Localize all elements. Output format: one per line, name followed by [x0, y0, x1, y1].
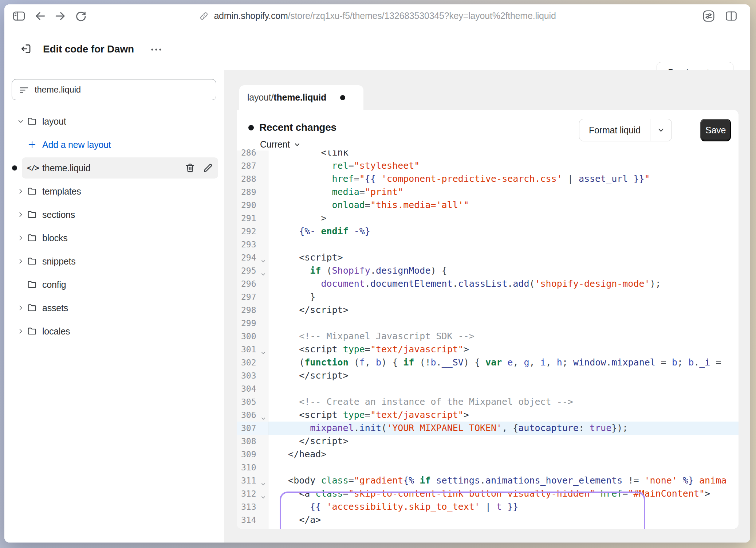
tree-item-label: templates — [42, 186, 81, 197]
tree-chevron-slot[interactable] — [15, 327, 27, 335]
code-line-296[interactable]: document.documentElement.classList.add('… — [268, 277, 739, 290]
code-line-311[interactable]: <body class="gradient{% if settings.anim… — [268, 474, 739, 487]
code-line-301[interactable]: <script type="text/javascript"> — [268, 343, 739, 356]
code-line-299[interactable] — [268, 317, 739, 330]
tree-chevron-slot[interactable] — [15, 257, 27, 265]
unsaved-changes-dot — [340, 95, 345, 100]
tree-item-label: sections — [42, 210, 75, 220]
line-number: 290 — [237, 199, 268, 212]
code-line-312[interactable]: <a class="skip-to-content-link button vi… — [268, 487, 739, 500]
save-button[interactable]: Save — [700, 119, 731, 141]
code-line-290[interactable]: onload="this.media='all'" — [268, 199, 739, 212]
code-line-295[interactable]: if (Shopify.designMode) { — [268, 264, 739, 277]
edit-icon[interactable] — [202, 162, 214, 174]
code-fold-icon[interactable] — [260, 481, 266, 487]
tree-chevron-slot[interactable] — [15, 187, 27, 195]
line-number: 302 — [237, 356, 268, 369]
code-line-304[interactable] — [268, 382, 739, 395]
code-line-289[interactable]: media="print" — [268, 185, 739, 199]
code-line-306[interactable]: <script type="text/javascript"> — [268, 408, 739, 422]
code-line-307[interactable]: mixpanel.init('YOUR_MIXPANEL_TOKEN', {au… — [268, 422, 739, 435]
code-fold-icon[interactable] — [260, 258, 266, 264]
tree-chevron-slot[interactable] — [15, 211, 27, 219]
folder-icon — [27, 210, 37, 220]
code-fold-icon[interactable] — [260, 416, 266, 422]
file-search-input[interactable]: theme.liquid — [12, 79, 216, 100]
line-number: 305 — [237, 395, 268, 408]
tab-theme-liquid[interactable]: layout/theme.liquid — [239, 85, 363, 110]
sidebar-item-sections[interactable]: sections — [4, 203, 224, 226]
format-liquid-button[interactable]: Format liquid — [579, 119, 672, 141]
rename-file-button[interactable] — [202, 162, 214, 174]
code-line-310[interactable] — [268, 461, 739, 474]
code-line-294[interactable]: <script> — [268, 251, 739, 264]
code-line-308[interactable]: </script> — [268, 435, 739, 448]
line-number: 299 — [237, 317, 268, 330]
code-line-314[interactable]: </a> — [268, 513, 739, 527]
exit-editor-icon[interactable] — [20, 43, 32, 55]
sidebar-item-blocks[interactable]: blocks — [4, 226, 224, 250]
line-number: 314 — [237, 513, 268, 527]
sidebar-item-snippets[interactable]: snippets — [4, 250, 224, 273]
tree-chevron-slot[interactable] — [15, 304, 27, 312]
browser-split-view-icon[interactable] — [725, 9, 738, 23]
code-line-292[interactable]: {%- endif -%} — [268, 225, 739, 238]
sidebar-item-locales[interactable]: locales — [4, 320, 224, 343]
delete-file-button[interactable] — [184, 162, 196, 174]
line-number: 295 — [237, 264, 268, 277]
code-line-300[interactable]: <!-- Mixpanel Javascript SDK --> — [268, 330, 739, 343]
chevron-right-icon[interactable] — [17, 257, 25, 265]
code-line-297[interactable]: } — [268, 290, 739, 304]
folder-icon-slot — [27, 233, 42, 243]
sidebar-item-templates[interactable]: templates — [4, 180, 224, 203]
line-number: 308 — [237, 435, 268, 448]
sidebar-item-assets[interactable]: assets — [4, 296, 224, 320]
code-line-305[interactable]: <!-- Create an instance of the Mixpanel … — [268, 395, 739, 408]
code-line-309[interactable]: </head> — [268, 448, 739, 461]
code-line-302[interactable]: (function (f, b) { if (!b.__SV) { var e,… — [268, 356, 739, 369]
address-bar[interactable]: admin.shopify.com/store/rzq1xu-f5/themes… — [4, 4, 750, 27]
code-fold-icon[interactable] — [260, 271, 266, 277]
trash-icon[interactable] — [184, 162, 196, 174]
chevron-right-icon[interactable] — [17, 327, 25, 335]
code-line-288[interactable]: href="{{ 'component-predictive-search.cs… — [268, 172, 739, 185]
tab-path-prefix: layout/ — [247, 92, 273, 103]
more-options-icon[interactable] — [149, 45, 164, 54]
sidebar-item-theme-liquid[interactable]: </>theme.liquid — [4, 156, 224, 180]
chevron-right-icon[interactable] — [17, 211, 25, 219]
code-fold-icon[interactable] — [260, 494, 266, 500]
chevron-right-icon[interactable] — [17, 187, 25, 195]
code-fold-icon[interactable] — [260, 350, 266, 356]
line-number: 287 — [237, 159, 268, 172]
tree-chevron-slot[interactable] — [15, 234, 27, 242]
tree-chevron-slot[interactable] — [15, 117, 27, 125]
sidebar-item-layout[interactable]: layout — [4, 110, 224, 133]
line-number: 303 — [237, 369, 268, 382]
chevron-down-icon[interactable] — [17, 117, 25, 125]
folder-icon-slot — [27, 116, 42, 126]
format-liquid-dropdown[interactable] — [650, 119, 672, 141]
line-number: 310 — [237, 461, 268, 474]
tree-item-label: theme.liquid — [42, 163, 90, 173]
file-tree: layoutAdd a new layout</>theme.liquidtem… — [4, 110, 224, 343]
code-line-313[interactable]: {{ 'accessibility.skip_to_text' | t }} — [268, 500, 739, 513]
code-content[interactable]: <link rel="stylesheet" href="{{ 'compone… — [268, 150, 739, 529]
code-line-286[interactable]: <link — [268, 150, 739, 159]
tree-item-label: config — [42, 279, 66, 290]
search-value: theme.liquid — [35, 85, 81, 95]
browser-settings-icon[interactable] — [702, 9, 715, 23]
code-editor[interactable]: 2862872882892902912922932942952962972982… — [237, 150, 739, 529]
sidebar-add-layout[interactable]: Add a new layout — [4, 133, 224, 156]
code-line-298[interactable]: </script> — [268, 304, 739, 317]
line-number: 311 — [237, 474, 268, 487]
code-line-287[interactable]: rel="stylesheet" — [268, 159, 739, 172]
tree-item-label: assets — [42, 303, 68, 313]
chevron-right-icon[interactable] — [17, 234, 25, 242]
code-line-293[interactable] — [268, 238, 739, 251]
code-line-291[interactable]: > — [268, 212, 739, 225]
code-line-303[interactable]: </script> — [268, 369, 739, 382]
sidebar-item-config[interactable]: config — [4, 273, 224, 296]
plus-icon-slot — [27, 140, 42, 150]
panel-title: Recent changes — [259, 122, 336, 133]
chevron-right-icon[interactable] — [17, 304, 25, 312]
